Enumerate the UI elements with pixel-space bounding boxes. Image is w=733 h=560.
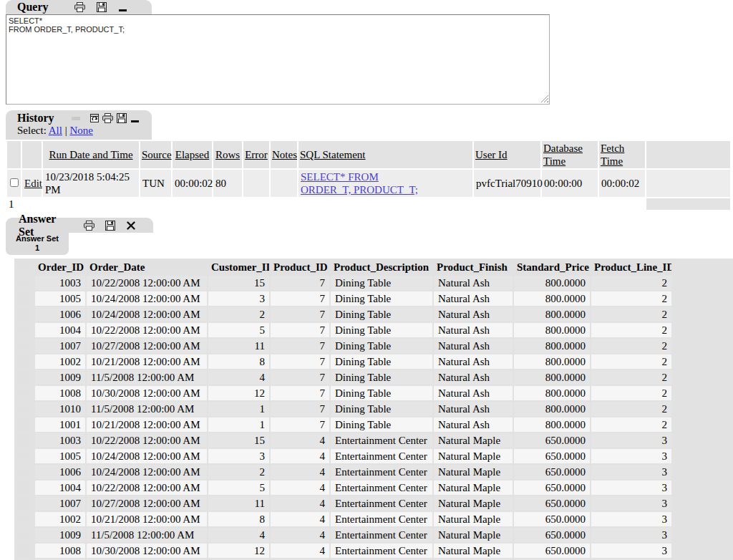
print-icon[interactable]: [84, 220, 94, 231]
history-rownumber-row: 1: [7, 198, 730, 210]
select-none-link[interactable]: None: [69, 125, 93, 136]
table-cell: 2: [591, 323, 671, 337]
history-header-row: Run Date and Time Source Elapsed Rows Er…: [7, 141, 730, 168]
table-cell: Dining Table: [331, 354, 432, 369]
row-selector-cell[interactable]: [16, 481, 34, 495]
table-cell: 1003: [35, 433, 85, 448]
close-icon[interactable]: [126, 220, 135, 231]
table-cell: 4: [271, 465, 329, 479]
save-icon[interactable]: [116, 113, 127, 124]
row-selector-cell[interactable]: [16, 339, 34, 353]
table-cell: 10/22/2008 12:00:00 AM: [87, 433, 207, 448]
table-cell: 12: [208, 386, 269, 400]
filler-cell: [646, 170, 730, 197]
table-cell: Entertainment Center: [331, 528, 432, 542]
column-header-sql-statement[interactable]: SQL Statement: [298, 141, 472, 168]
table-cell: 1006: [35, 307, 85, 322]
table-row: 100410/22/2008 12:00:00 AM54Entertainmen…: [16, 481, 671, 495]
column-header-elapsed[interactable]: Elapsed: [173, 141, 212, 168]
query-panel-header: Query: [6, 0, 152, 14]
elapsed-cell: 00:00:02: [173, 170, 212, 197]
table-cell: 800.0000: [514, 307, 590, 322]
column-header-fetch-time[interactable]: Fetch Time: [599, 141, 645, 168]
filler-column-header: [646, 141, 730, 168]
sql-query-input[interactable]: SELECT* FROM ORDER_T, PRODUCT_T;: [6, 14, 550, 105]
table-cell: 1010: [35, 402, 85, 416]
save-icon[interactable]: [96, 2, 107, 13]
table-cell: 2: [208, 307, 269, 322]
column-header-notes[interactable]: Notes: [271, 141, 297, 168]
minimize-icon[interactable]: [130, 113, 141, 124]
row-checkbox[interactable]: [10, 178, 19, 187]
table-cell: 2: [591, 370, 671, 385]
table-cell: 3: [591, 449, 671, 463]
table-cell: 10/22/2008 12:00:00 AM: [87, 276, 207, 290]
column-header-user-id[interactable]: User Id: [474, 141, 540, 168]
row-selector-cell[interactable]: [16, 323, 34, 337]
column-header-rows[interactable]: Rows: [213, 141, 242, 168]
row-selector-cell[interactable]: [16, 512, 34, 526]
row-selector-cell[interactable]: [16, 307, 34, 322]
table-cell: 4: [271, 433, 329, 448]
table-row: 100911/5/2008 12:00:00 AM47Dining TableN…: [16, 370, 671, 385]
row-selector-cell[interactable]: [16, 354, 34, 369]
row-selector-cell[interactable]: [16, 417, 34, 432]
table-cell: 10/22/2008 12:00:00 AM: [87, 323, 207, 337]
table-cell: 1005: [35, 291, 85, 306]
row-selector-cell[interactable]: [16, 402, 34, 416]
table-cell: 3: [208, 291, 269, 306]
row-checkbox-cell: [7, 170, 21, 197]
table-cell: 11/5/2008 12:00:00 AM: [87, 402, 207, 416]
answer-set-area: Order_IDOrder_DateCustomer_IDProduct_IDP…: [14, 259, 733, 560]
table-cell: Natural Maple: [434, 528, 513, 542]
row-selector-cell[interactable]: [16, 496, 34, 511]
print-icon[interactable]: [74, 2, 86, 13]
table-cell: 7: [271, 276, 329, 290]
table-cell: 1002: [35, 512, 85, 526]
query-panel: Query SELECT* FROM ORDER_T, PRODUCT_T;: [0, 0, 733, 105]
row-selector-cell[interactable]: [16, 291, 34, 306]
edit-link[interactable]: Edit: [24, 178, 42, 189]
row-selector-cell[interactable]: [16, 386, 34, 400]
table-cell: 3: [591, 528, 671, 542]
row-selector-cell[interactable]: [16, 433, 34, 448]
minimize-icon[interactable]: [117, 2, 129, 13]
table-cell: 4: [208, 370, 269, 385]
table-cell: 2: [591, 307, 671, 322]
column-header-database-time[interactable]: Database Time: [542, 141, 598, 168]
table-cell: 650.0000: [514, 528, 590, 542]
save-icon[interactable]: [105, 220, 115, 231]
table-cell: 1009: [35, 528, 85, 542]
table-cell: 3: [208, 449, 269, 463]
new-window-icon[interactable]: [89, 113, 100, 124]
table-cell: 2: [591, 386, 671, 400]
row-selector-cell[interactable]: [16, 370, 34, 385]
column-header-order_id: Order_ID: [35, 260, 85, 274]
row-selector-cell[interactable]: [16, 276, 34, 290]
table-cell: Natural Ash: [434, 323, 513, 337]
sql-statement-cell: SELECT* FROM ORDER_T, PRODUCT_T;: [298, 170, 472, 197]
row-selector-cell[interactable]: [16, 528, 34, 542]
row-selector-cell[interactable]: [16, 449, 34, 463]
table-cell: 3: [591, 433, 671, 448]
table-cell: Natural Ash: [434, 354, 513, 369]
table-cell: 1006: [35, 465, 85, 479]
row-selector-cell[interactable]: [16, 544, 34, 558]
row-selector-cell[interactable]: [16, 465, 34, 479]
table-cell: 1009: [35, 370, 85, 385]
column-header-run-date[interactable]: Run Date and Time: [43, 141, 139, 168]
select-all-link[interactable]: All: [49, 125, 62, 136]
table-cell: 10/24/2008 12:00:00 AM: [87, 307, 207, 322]
table-cell: 650.0000: [514, 481, 590, 495]
table-cell: 1007: [35, 339, 85, 353]
table-cell: Entertainment Center: [331, 481, 432, 495]
table-cell: 1004: [35, 323, 85, 337]
print-icon[interactable]: [102, 113, 114, 124]
table-cell: Entertainment Center: [331, 433, 432, 448]
column-header-error[interactable]: Error: [243, 141, 269, 168]
column-header-source[interactable]: Source: [140, 141, 171, 168]
history-table: Run Date and Time Source Elapsed Rows Er…: [6, 140, 732, 211]
table-cell: 800.0000: [514, 402, 590, 416]
sql-statement-link[interactable]: SELECT* FROM ORDER_T, PRODUCT_T;: [301, 170, 427, 196]
history-panel-title: History: [17, 112, 54, 125]
